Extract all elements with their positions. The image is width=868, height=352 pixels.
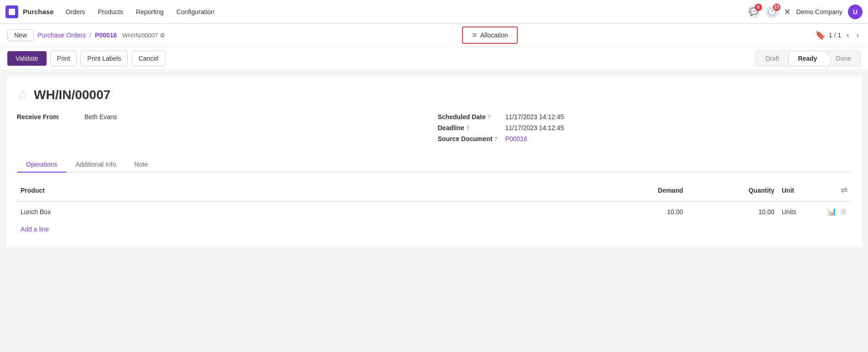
page-total: 1 xyxy=(838,32,842,39)
document-header: ☆ WH/IN/00007 xyxy=(17,87,851,102)
delete-row-icon[interactable]: 🗑 xyxy=(840,208,847,216)
deadline-help-icon[interactable]: ? xyxy=(466,125,469,131)
cancel-button[interactable]: Cancel xyxy=(132,51,165,66)
notifications-count: 6 xyxy=(755,4,762,11)
page-current: 1 xyxy=(829,32,832,39)
header-unit: Unit xyxy=(778,185,824,196)
receive-from-label: Receive From xyxy=(17,113,81,121)
status-bar: Draft Ready Done xyxy=(756,51,861,66)
favorite-icon[interactable]: ☆ xyxy=(17,87,28,102)
breadcrumb-bar: New Purchase Orders / P00016 WH/IN/00007… xyxy=(0,24,868,47)
document-title: WH/IN/00007 xyxy=(34,88,110,102)
document-form: Receive From Beth Evans Scheduled Date ?… xyxy=(17,113,851,146)
deadline-value: 11/17/2023 14:12:45 xyxy=(505,124,564,131)
action-bar: Validate Print Print Labels Cancel Draft… xyxy=(0,47,868,70)
allocation-label: Allocation xyxy=(480,32,508,39)
nav-configuration[interactable]: Configuration xyxy=(171,5,220,18)
table-settings-icon[interactable]: ⇌ xyxy=(841,185,847,195)
settings-icon[interactable]: ⚙ xyxy=(160,32,165,39)
scheduled-date-row: Scheduled Date ? 11/17/2023 14:12:45 xyxy=(438,113,852,121)
breadcrumb-current[interactable]: P00016 xyxy=(95,32,117,39)
header-demand: Demand xyxy=(595,185,687,196)
breadcrumb-right: 🔖 1 / 1 ‹ › xyxy=(815,30,861,40)
nav-reporting[interactable]: Reporting xyxy=(131,5,169,18)
header-product: Product xyxy=(17,185,595,196)
topnav-right: 💬 6 🕐 23 ✕ Demo Company U xyxy=(747,5,863,19)
main-content: ☆ WH/IN/00007 Receive From Beth Evans Sc… xyxy=(5,76,863,248)
source-document-label: Source Document ? xyxy=(438,135,502,142)
new-button[interactable]: New xyxy=(7,29,34,41)
alerts-count: 23 xyxy=(773,4,780,11)
source-document-value[interactable]: P00016 xyxy=(505,135,527,142)
validate-button[interactable]: Validate xyxy=(7,51,47,66)
prev-page-button[interactable]: ‹ xyxy=(845,30,851,40)
print-labels-button[interactable]: Print Labels xyxy=(80,51,128,66)
cell-product[interactable]: Lunch Box xyxy=(17,206,595,217)
user-avatar[interactable]: U xyxy=(848,5,863,19)
table-row: Lunch Box 10.00 10.00 Units 📊 🗑 xyxy=(17,202,851,222)
bookmark-icon[interactable]: 🔖 xyxy=(815,30,825,40)
company-name[interactable]: Demo Company xyxy=(796,8,842,16)
tab-note[interactable]: Note xyxy=(125,157,157,173)
page-navigation: 1 / 1 xyxy=(829,32,841,39)
topnav: Purchase Orders Products Reporting Confi… xyxy=(0,0,868,24)
tabs: Operations Additional Info Note xyxy=(17,157,851,173)
breadcrumb-ref-text: WH/IN/00007 xyxy=(122,32,158,39)
list-icon: ≡ xyxy=(472,31,476,39)
status-draft[interactable]: Draft xyxy=(756,51,788,66)
app-name[interactable]: Purchase xyxy=(23,8,54,16)
app-logo[interactable] xyxy=(5,5,18,18)
breadcrumb-ref: WH/IN/00007 ⚙ xyxy=(122,32,165,39)
breadcrumb-separator: / xyxy=(89,32,91,39)
scheduled-date-value: 11/17/2023 14:12:45 xyxy=(505,113,564,121)
alerts-button[interactable]: 🕐 23 xyxy=(766,5,779,18)
breadcrumb-parent[interactable]: Purchase Orders xyxy=(37,32,86,39)
status-ready[interactable]: Ready xyxy=(789,51,826,66)
notifications-button[interactable]: 💬 6 xyxy=(747,5,760,18)
nav-orders[interactable]: Orders xyxy=(60,5,91,18)
add-line-button[interactable]: Add a line xyxy=(17,222,53,236)
deadline-label: Deadline ? xyxy=(438,124,502,131)
print-button[interactable]: Print xyxy=(50,51,77,66)
next-page-button[interactable]: › xyxy=(855,30,861,40)
deadline-row: Deadline ? 11/17/2023 14:12:45 xyxy=(438,124,852,131)
source-document-row: Source Document ? P00016 xyxy=(438,135,852,142)
scheduled-date-help-icon[interactable]: ? xyxy=(487,114,490,121)
header-quantity: Quantity xyxy=(687,185,778,196)
receive-from-value: Beth Evans xyxy=(84,113,117,121)
form-right: Scheduled Date ? 11/17/2023 14:12:45 Dea… xyxy=(438,113,852,146)
receive-from-row: Receive From Beth Evans xyxy=(17,113,431,121)
scheduled-date-label: Scheduled Date ? xyxy=(438,113,502,121)
cell-unit: Units xyxy=(778,206,824,217)
nav-products[interactable]: Products xyxy=(92,5,128,18)
cell-quantity: 10.00 xyxy=(687,206,778,217)
form-left: Receive From Beth Evans xyxy=(17,113,431,146)
tab-operations[interactable]: Operations xyxy=(17,157,66,173)
close-icon[interactable]: ✕ xyxy=(784,7,791,17)
breadcrumb-center: ≡ Allocation xyxy=(169,26,811,44)
chart-icon[interactable]: 📊 xyxy=(827,207,836,216)
row-actions: 📊 🗑 xyxy=(824,205,851,218)
allocation-button[interactable]: ≡ Allocation xyxy=(462,26,518,44)
source-document-help-icon[interactable]: ? xyxy=(494,136,497,142)
operations-table: Product Demand Quantity Unit ⇌ Lunch Box… xyxy=(17,180,851,236)
cell-demand: 10.00 xyxy=(595,206,687,217)
tab-additional-info[interactable]: Additional Info xyxy=(66,157,125,173)
add-line-row: Add a line xyxy=(17,222,851,236)
table-header: Product Demand Quantity Unit ⇌ xyxy=(17,180,851,202)
